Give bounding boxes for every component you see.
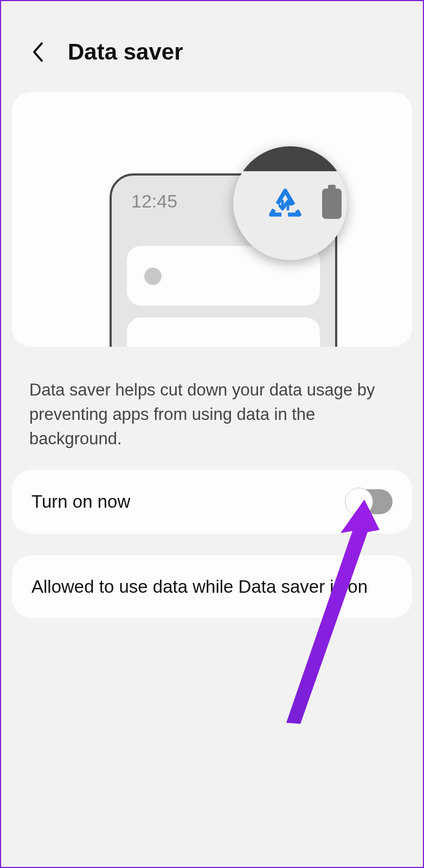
back-icon[interactable] bbox=[31, 41, 46, 63]
allowed-apps-label: Allowed to use data while Data saver is … bbox=[31, 575, 368, 599]
data-saver-icon bbox=[268, 189, 303, 219]
turn-on-now-row[interactable]: Turn on now bbox=[12, 470, 412, 534]
turn-on-now-toggle[interactable] bbox=[346, 489, 393, 514]
toggle-knob bbox=[345, 488, 373, 516]
illustration-card: 12:45 bbox=[12, 92, 412, 347]
allowed-apps-row[interactable]: Allowed to use data while Data saver is … bbox=[12, 555, 412, 619]
header: Data saver bbox=[1, 1, 423, 81]
phone-dot bbox=[144, 268, 162, 285]
phone-card-placeholder-2 bbox=[127, 318, 320, 347]
description-text: Data saver helps cut down your data usag… bbox=[1, 347, 423, 464]
page-title: Data saver bbox=[68, 39, 183, 65]
turn-on-now-label: Turn on now bbox=[31, 490, 130, 514]
phone-time: 12:45 bbox=[131, 191, 177, 212]
status-bar-magnifier bbox=[233, 146, 347, 260]
battery-icon bbox=[322, 189, 342, 219]
magnifier-bezel bbox=[233, 146, 347, 171]
